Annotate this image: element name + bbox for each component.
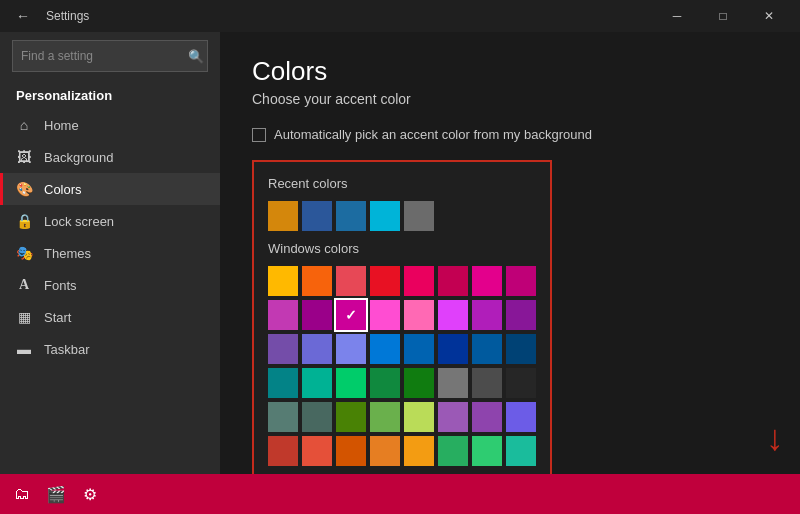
windows-color-swatch[interactable] xyxy=(336,368,366,398)
windows-color-swatch[interactable] xyxy=(302,368,332,398)
windows-color-swatch[interactable] xyxy=(506,368,536,398)
themes-icon: 🎭 xyxy=(16,245,32,261)
search-input[interactable] xyxy=(12,40,208,72)
lock-icon: 🔒 xyxy=(16,213,32,229)
windows-color-swatch[interactable] xyxy=(302,436,332,466)
app-container: 🔍 Personalization ⌂ Home 🖼 Background 🎨 … xyxy=(0,32,800,474)
colors-icon: 🎨 xyxy=(16,181,32,197)
recent-colors-label: Recent colors xyxy=(268,176,536,191)
recent-color-swatch[interactable] xyxy=(404,201,434,231)
windows-color-swatch[interactable] xyxy=(302,300,332,330)
sidebar-item-fonts-label: Fonts xyxy=(44,278,77,293)
windows-color-swatch[interactable] xyxy=(336,334,366,364)
windows-color-swatch[interactable] xyxy=(506,334,536,364)
windows-color-swatch[interactable] xyxy=(302,402,332,432)
windows-color-swatch[interactable] xyxy=(438,266,468,296)
recent-color-swatch[interactable] xyxy=(370,201,400,231)
recent-color-swatch[interactable] xyxy=(302,201,332,231)
windows-color-row xyxy=(268,300,536,330)
sidebar: 🔍 Personalization ⌂ Home 🖼 Background 🎨 … xyxy=(0,32,220,474)
sidebar-item-home[interactable]: ⌂ Home xyxy=(0,109,220,141)
sidebar-item-taskbar-label: Taskbar xyxy=(44,342,90,357)
windows-color-swatch[interactable] xyxy=(438,402,468,432)
windows-color-swatch[interactable] xyxy=(336,300,366,330)
windows-color-swatch[interactable] xyxy=(370,266,400,296)
windows-color-swatch[interactable] xyxy=(438,368,468,398)
windows-color-swatch[interactable] xyxy=(404,368,434,398)
windows-colors-label: Windows colors xyxy=(268,241,536,256)
windows-color-swatch[interactable] xyxy=(302,266,332,296)
close-button[interactable]: ✕ xyxy=(746,0,792,32)
windows-color-swatch[interactable] xyxy=(404,334,434,364)
sidebar-item-themes[interactable]: 🎭 Themes xyxy=(0,237,220,269)
sidebar-item-themes-label: Themes xyxy=(44,246,91,261)
sidebar-item-background-label: Background xyxy=(44,150,113,165)
windows-color-swatch[interactable] xyxy=(268,266,298,296)
taskbar: 🗂 🎬 ⚙ xyxy=(0,474,800,514)
search-container: 🔍 xyxy=(12,40,208,72)
auto-pick-row: Automatically pick an accent color from … xyxy=(252,127,768,142)
title-bar: ← Settings ─ □ ✕ xyxy=(0,0,800,32)
windows-color-swatch[interactable] xyxy=(472,300,502,330)
windows-color-swatch[interactable] xyxy=(506,266,536,296)
windows-color-swatch[interactable] xyxy=(472,436,502,466)
windows-color-swatch[interactable] xyxy=(370,334,400,364)
windows-color-swatch[interactable] xyxy=(472,334,502,364)
background-icon: 🖼 xyxy=(16,149,32,165)
sidebar-item-lock-screen[interactable]: 🔒 Lock screen xyxy=(0,205,220,237)
minimize-button[interactable]: ─ xyxy=(654,0,700,32)
windows-color-swatch[interactable] xyxy=(506,402,536,432)
sidebar-item-taskbar[interactable]: ▬ Taskbar xyxy=(0,333,220,365)
windows-color-swatch[interactable] xyxy=(404,402,434,432)
sidebar-item-background[interactable]: 🖼 Background xyxy=(0,141,220,173)
sidebar-item-lock-label: Lock screen xyxy=(44,214,114,229)
windows-color-swatch[interactable] xyxy=(268,334,298,364)
windows-color-swatch[interactable] xyxy=(370,300,400,330)
title-bar-left: ← Settings xyxy=(8,4,89,28)
color-panel: Recent colors Windows colors xyxy=(252,160,552,474)
taskbar-settings-icon[interactable]: ⚙ xyxy=(76,480,104,508)
windows-color-swatch[interactable] xyxy=(370,436,400,466)
sidebar-item-start[interactable]: ▦ Start xyxy=(0,301,220,333)
page-title: Colors xyxy=(252,56,768,87)
windows-color-swatch[interactable] xyxy=(506,300,536,330)
windows-color-row xyxy=(268,436,536,466)
windows-color-swatch[interactable] xyxy=(506,436,536,466)
windows-color-swatch[interactable] xyxy=(370,368,400,398)
recent-color-swatch[interactable] xyxy=(336,201,366,231)
sidebar-item-colors-label: Colors xyxy=(44,182,82,197)
windows-color-swatch[interactable] xyxy=(336,402,366,432)
sidebar-item-colors[interactable]: 🎨 Colors xyxy=(0,173,220,205)
windows-color-swatch[interactable] xyxy=(404,300,434,330)
windows-color-swatch[interactable] xyxy=(438,436,468,466)
windows-color-swatch[interactable] xyxy=(404,266,434,296)
windows-color-swatch[interactable] xyxy=(336,436,366,466)
taskbar-icon-sidebar: ▬ xyxy=(16,341,32,357)
windows-color-swatch[interactable] xyxy=(472,368,502,398)
windows-color-swatch[interactable] xyxy=(438,334,468,364)
windows-color-swatch[interactable] xyxy=(268,368,298,398)
search-icon-button[interactable]: 🔍 xyxy=(188,49,204,64)
fonts-icon: A xyxy=(16,277,32,293)
windows-color-swatch[interactable] xyxy=(404,436,434,466)
recent-color-swatch[interactable] xyxy=(268,201,298,231)
sidebar-section-title: Personalization xyxy=(0,80,220,109)
sidebar-item-start-label: Start xyxy=(44,310,71,325)
windows-color-swatch[interactable] xyxy=(268,402,298,432)
windows-color-swatch[interactable] xyxy=(472,266,502,296)
windows-color-swatch[interactable] xyxy=(302,334,332,364)
windows-color-row xyxy=(268,368,536,398)
recent-colors-row xyxy=(268,201,536,231)
taskbar-media-icon[interactable]: 🎬 xyxy=(42,480,70,508)
windows-color-swatch[interactable] xyxy=(370,402,400,432)
sidebar-item-fonts[interactable]: A Fonts xyxy=(0,269,220,301)
windows-color-swatch[interactable] xyxy=(472,402,502,432)
windows-color-swatch[interactable] xyxy=(438,300,468,330)
auto-pick-checkbox[interactable] xyxy=(252,128,266,142)
back-button[interactable]: ← xyxy=(8,4,38,28)
windows-color-swatch[interactable] xyxy=(268,300,298,330)
windows-color-swatch[interactable] xyxy=(268,436,298,466)
maximize-button[interactable]: □ xyxy=(700,0,746,32)
taskbar-folder-icon[interactable]: 🗂 xyxy=(8,480,36,508)
windows-color-swatch[interactable] xyxy=(336,266,366,296)
